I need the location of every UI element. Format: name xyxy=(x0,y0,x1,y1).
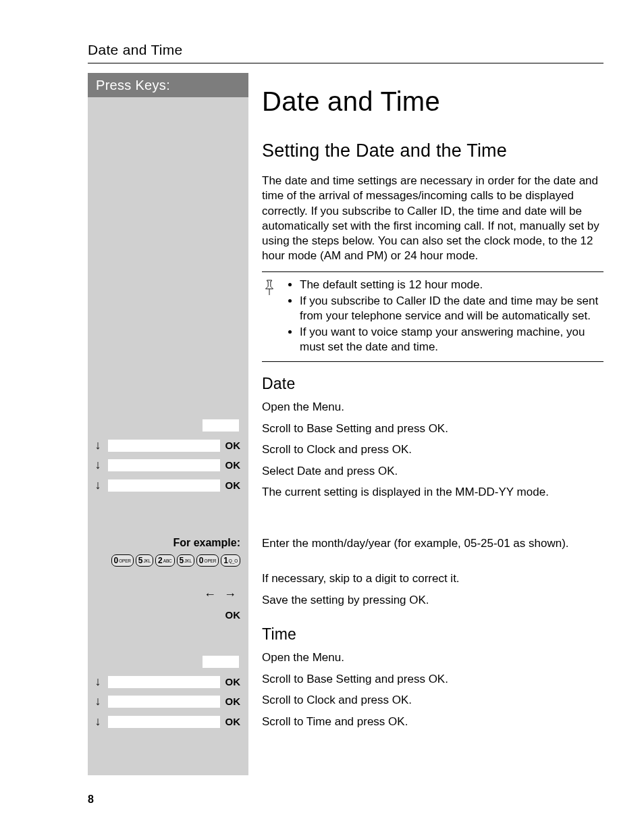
page-body: Press Keys: ↓ OK ↓ xyxy=(88,73,603,775)
spacer xyxy=(88,97,248,419)
spacer xyxy=(88,568,248,588)
arrow-down-icon: ↓ xyxy=(92,695,104,707)
arrow-down-icon: ↓ xyxy=(92,715,104,727)
content-column: Date and Time Setting the Date and the T… xyxy=(248,73,603,775)
spacer xyxy=(88,628,248,655)
ok-key-label: OK xyxy=(224,439,240,452)
key-row-scroll-ok: ↓ OK xyxy=(88,439,248,459)
phone-key-0: 0OPER xyxy=(111,554,134,567)
ok-key-label: OK xyxy=(224,675,240,689)
page-number: 8 xyxy=(88,793,603,807)
step-text: Scroll to Base Setting and press OK. xyxy=(262,672,603,692)
key-row-menu xyxy=(88,655,248,675)
step-text: The current setting is displayed in the … xyxy=(262,485,603,519)
ok-key-label: OK xyxy=(224,608,240,622)
phone-key-2: 2ABC xyxy=(155,554,174,567)
step-text: Enter the month/day/year (for example, 0… xyxy=(262,536,603,570)
running-header: Date and Time xyxy=(88,41,603,63)
intro-paragraph: The date and time settings are necessary… xyxy=(262,174,603,263)
arrow-left-icon: ← xyxy=(204,588,216,600)
arrow-down-icon: ↓ xyxy=(92,439,104,451)
step-text: Scroll to Clock and press OK. xyxy=(262,442,603,463)
note-item: The default setting is 12 hour mode. xyxy=(300,278,603,292)
note-item: If you want to voice stamp your answerin… xyxy=(300,325,603,355)
lcd-strip xyxy=(108,676,220,688)
note-list: The default setting is 12 hour mode. If … xyxy=(286,278,603,356)
ok-key-label: OK xyxy=(224,695,240,708)
key-row-scroll-ok: ↓ OK xyxy=(88,479,248,499)
step-text: Scroll to Base Setting and press OK. xyxy=(262,421,603,442)
phone-key-1: 1Q_O xyxy=(221,554,240,567)
step-text: Select Date and press OK. xyxy=(262,464,603,484)
lcd-strip xyxy=(108,696,220,708)
pushpin-icon xyxy=(262,278,279,356)
press-keys-body: ↓ OK ↓ OK ↓ OK Fo xyxy=(88,97,248,775)
lcd-strip xyxy=(203,656,239,668)
key-row-scroll-ok: ↓ OK xyxy=(88,695,248,715)
step-text: Scroll to Time and press OK. xyxy=(262,714,603,735)
time-heading: Time xyxy=(262,625,603,645)
spacer xyxy=(88,735,248,775)
manual-page: Date and Time Press Keys: ↓ OK xyxy=(0,0,644,834)
spacer xyxy=(262,520,603,536)
step-text: Open the Menu. xyxy=(262,400,603,420)
ok-key-label: OK xyxy=(224,479,240,492)
chapter-title: Date and Time xyxy=(262,84,603,119)
step-text: If necessary, skip to a digit to correct… xyxy=(262,571,603,592)
phone-key-5: 5JKL xyxy=(177,554,194,567)
lcd-strip xyxy=(203,419,239,432)
lcd-strip xyxy=(108,440,220,452)
date-heading: Date xyxy=(262,374,603,394)
section-title: Setting the Date and the Time xyxy=(262,139,603,163)
note-box: The default setting is 12 hour mode. If … xyxy=(262,271,603,362)
arrow-down-icon: ↓ xyxy=(92,459,104,471)
step-text: Save the setting by pressing OK. xyxy=(262,593,603,613)
lcd-strip xyxy=(108,716,220,728)
lcd-strip xyxy=(108,459,220,471)
key-row-menu xyxy=(88,419,248,439)
arrow-right-icon: → xyxy=(224,588,236,600)
phone-key-0: 0OPER xyxy=(196,554,219,567)
ok-key-label: OK xyxy=(224,715,240,729)
step-text: Open the Menu. xyxy=(262,650,603,671)
key-row-scroll-ok: ↓ OK xyxy=(88,675,248,696)
arrow-down-icon: ↓ xyxy=(92,479,104,491)
ok-key-label: OK xyxy=(224,459,240,472)
key-row-scroll-ok: ↓ OK xyxy=(88,459,248,479)
key-row-ok-only: OK xyxy=(88,608,248,629)
phone-key-5: 5JKL xyxy=(136,554,153,567)
arrow-down-icon: ↓ xyxy=(92,675,104,687)
key-row-arrows: ← → xyxy=(88,588,248,608)
step-text: Scroll to Clock and press OK. xyxy=(262,693,603,713)
note-item: If you subscribe to Caller ID the date a… xyxy=(300,294,603,323)
spacer xyxy=(88,498,248,536)
for-example-label: For example: xyxy=(88,536,248,554)
key-row-scroll-ok: ↓ OK xyxy=(88,715,248,735)
press-keys-header: Press Keys: xyxy=(88,73,248,97)
example-keypad-row: 0OPER 5JKL 2ABC 5JKL 0OPER 1Q_O xyxy=(88,554,248,567)
press-keys-column: Press Keys: ↓ OK ↓ xyxy=(88,73,248,775)
lcd-strip xyxy=(108,479,220,492)
